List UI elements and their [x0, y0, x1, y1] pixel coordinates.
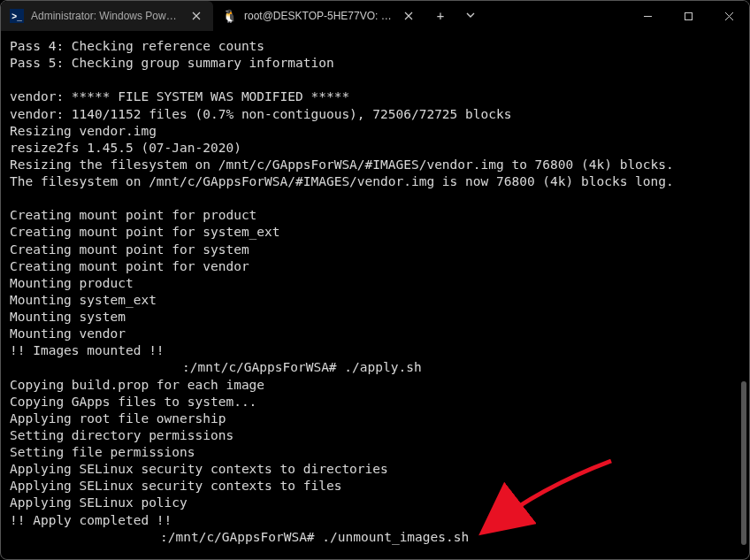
window-controls [627, 1, 749, 31]
terminal-line: Applying SELinux policy [10, 495, 188, 510]
terminal-line: Applying SELinux security contexts to di… [10, 462, 388, 476]
terminal-line: The filesystem on /mnt/c/GAppsForWSA/#IM… [10, 174, 674, 188]
terminal-line: Applying root file ownership [10, 411, 226, 426]
powershell-icon: >_ [10, 9, 24, 23]
titlebar-drag-area[interactable] [486, 1, 627, 31]
terminal-line: Mounting vendor [10, 326, 126, 341]
terminal-line: !! Apply completed !! [10, 513, 172, 527]
terminal-line: Resizing vendor.img [10, 124, 157, 138]
terminal-line: Setting file permissions [10, 445, 195, 459]
close-window-button[interactable] [708, 1, 749, 31]
title-bar: >_ Administrator: Windows PowerShell 🐧 r… [1, 1, 749, 31]
prompt-path: :/mnt/c/GAppsForWSA# [160, 530, 315, 544]
terminal-line: Creating mount point for vendor [10, 259, 249, 273]
tux-icon: 🐧 [222, 10, 237, 22]
terminal-line: resize2fs 1.45.5 (07-Jan-2020) [10, 141, 241, 155]
terminal-line: Mounting product [10, 276, 134, 290]
chevron-down-icon [465, 9, 476, 23]
prompt-path: :/mnt/c/GAppsForWSA# [182, 360, 337, 374]
terminal-line: Mounting system_ext [10, 293, 157, 307]
maximize-button[interactable] [668, 1, 708, 31]
terminal-line: Mounting system [10, 310, 126, 324]
close-tab-icon[interactable] [188, 8, 204, 24]
terminal-line: Copying GApps files to system... [10, 395, 256, 409]
prompt-command: ./unmount_images.sh [315, 530, 470, 544]
tab-strip: >_ Administrator: Windows PowerShell 🐧 r… [1, 1, 486, 31]
terminal-line: Pass 5: Checking group summary informati… [10, 56, 334, 70]
terminal-line: Copying build.prop for each image [10, 378, 264, 392]
tab-title: root@DESKTOP-5HE77VO: /mnt [244, 10, 394, 22]
redacted-hostname [10, 532, 160, 544]
tab-title: Administrator: Windows PowerShell [31, 10, 181, 22]
minimize-button[interactable] [627, 1, 668, 31]
terminal-line: Creating mount point for system_ext [10, 225, 280, 239]
tab-linux[interactable]: 🐧 root@DESKTOP-5HE77VO: /mnt [213, 1, 425, 31]
terminal-line: Creating mount point for product [10, 208, 256, 222]
close-tab-icon[interactable] [401, 8, 417, 24]
terminal-line: vendor: ***** FILE SYSTEM WAS MODIFIED *… [10, 89, 349, 104]
terminal-output[interactable]: Pass 4: Checking reference counts Pass 5… [1, 31, 749, 555]
svg-rect-0 [685, 12, 692, 19]
terminal-line: Creating mount point for system [10, 242, 249, 257]
prompt-command: ./apply.sh [337, 360, 422, 374]
terminal-line: Resizing the filesystem on /mnt/c/GAppsF… [10, 157, 674, 172]
scrollbar-thumb[interactable] [741, 381, 746, 545]
terminal-line: Setting directory permissions [10, 428, 233, 442]
redacted-hostname [10, 362, 182, 374]
terminal-line: vendor: 1140/1152 files (0.7% non-contig… [10, 107, 511, 121]
terminal-line: !! Images mounted !! [10, 343, 165, 357]
tab-powershell[interactable]: >_ Administrator: Windows PowerShell [1, 1, 213, 31]
terminal-line: Applying SELinux security contexts to fi… [10, 479, 341, 493]
plus-icon: + [437, 9, 444, 23]
tab-dropdown-button[interactable] [455, 1, 486, 31]
new-tab-button[interactable]: + [425, 1, 455, 31]
terminal-line: Pass 4: Checking reference counts [10, 39, 264, 53]
